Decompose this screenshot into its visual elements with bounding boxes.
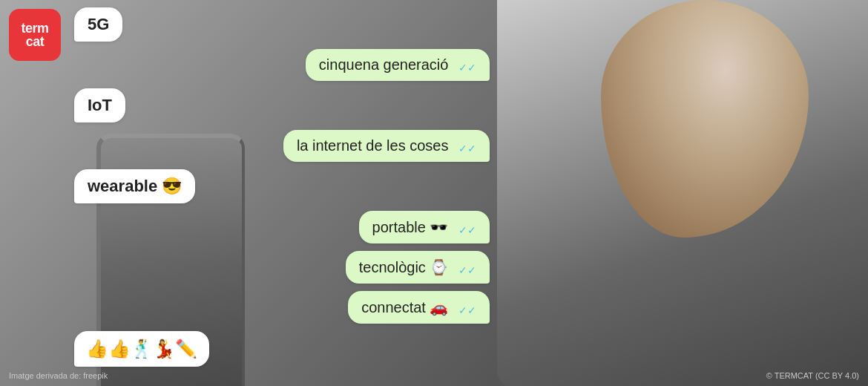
footer-right-text: © TERMCAT (CC BY 4.0) <box>766 371 859 380</box>
logo-line2: cat <box>26 35 45 48</box>
checkmarks-2: ✓✓ <box>458 143 476 154</box>
bubble-5g: 5G <box>74 7 122 42</box>
termcat-logo: term cat <box>9 9 61 61</box>
chat-row-1: 5G <box>74 7 534 42</box>
bubble-cinquena-text: cinquena generació <box>319 56 449 73</box>
bubble-5g-text: 5G <box>88 15 109 33</box>
checkmarks-4: ✓✓ <box>458 264 476 276</box>
bubble-wearable-text: wearable 😎 <box>88 177 182 195</box>
bubble-tecnologic-text: tecnològic ⌚ <box>359 259 449 275</box>
chat-row-5: wearable 😎 <box>74 169 534 203</box>
footer-left: Imatge derivada de: freepik <box>9 371 108 380</box>
chat-row-6: portable 🕶️ ✓✓ <box>74 211 534 243</box>
footer-right: © TERMCAT (CC BY 4.0) <box>766 371 859 380</box>
bubble-cinquena: cinquena generació ✓✓ <box>306 49 490 81</box>
bubble-portable: portable 🕶️ ✓✓ <box>359 211 490 243</box>
bubble-internet: la internet de les coses ✓✓ <box>283 130 490 162</box>
chat-row-8: connectat 🚗 ✓✓ <box>74 291 534 324</box>
bubble-emojis: 👍👍🕺💃✏️ <box>74 331 209 367</box>
bubble-connectat: connectat 🚗 ✓✓ <box>348 291 490 324</box>
checkmarks-1: ✓✓ <box>458 62 476 73</box>
bubble-tecnologic: tecnològic ⌚ ✓✓ <box>346 251 490 284</box>
chat-row-2: cinquena generació ✓✓ <box>74 49 534 81</box>
bubble-internet-text: la internet de les coses <box>297 137 449 154</box>
checkmarks-3: ✓✓ <box>458 224 476 236</box>
bubble-wearable: wearable 😎 <box>74 169 195 203</box>
bubble-connectat-text: connectat 🚗 <box>361 299 448 315</box>
emoji-row-text: 👍👍🕺💃✏️ <box>86 338 197 359</box>
chat-row-3: IoT <box>74 88 534 122</box>
logo-line1: term <box>21 22 48 35</box>
bubble-iot-text: IoT <box>88 96 112 114</box>
checkmarks-5: ✓✓ <box>458 304 476 316</box>
bubble-iot: IoT <box>74 88 125 122</box>
chat-row-4: la internet de les coses ✓✓ <box>74 130 534 162</box>
bubble-portable-text: portable 🕶️ <box>372 219 449 235</box>
footer-left-text: Imatge derivada de: freepik <box>9 371 108 380</box>
chat-area: 5G cinquena generació ✓✓ IoT la internet… <box>74 0 534 386</box>
chat-row-9: 👍👍🕺💃✏️ <box>74 331 534 367</box>
chat-row-7: tecnològic ⌚ ✓✓ <box>74 251 534 284</box>
